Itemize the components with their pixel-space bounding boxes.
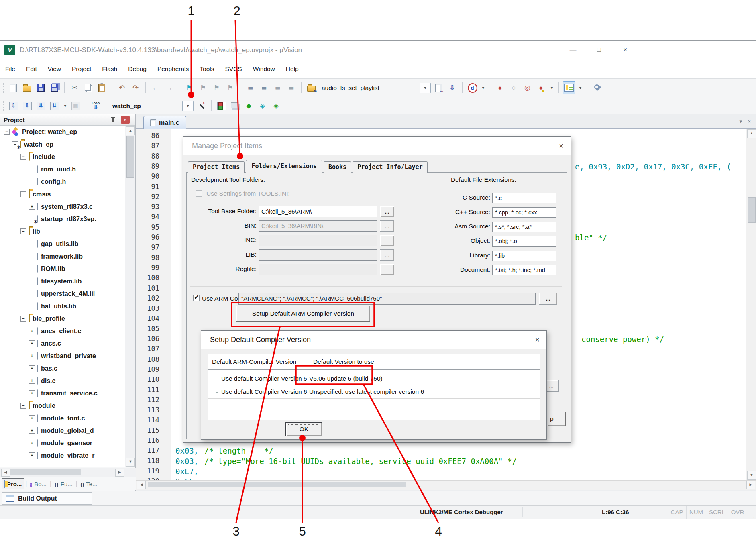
copy-icon[interactable] [82, 82, 94, 94]
pin-icon[interactable] [110, 117, 115, 123]
collapse-icon[interactable]: − [20, 228, 26, 234]
panel-tab-te[interactable]: ()Te... [78, 479, 99, 489]
setup-default-arm-compiler-button[interactable]: Setup Default ARM Compiler Version [236, 306, 370, 322]
expand-icon[interactable]: + [29, 340, 35, 346]
tree-item-config-h[interactable]: config.h [0, 175, 125, 188]
extension-field-document[interactable]: *.txt; *.h; *.inc; *.md [492, 265, 556, 275]
find-in-files-icon[interactable] [306, 82, 317, 94]
scroll-left-icon[interactable]: ◀ [1, 469, 10, 477]
arm-compiler-browse-button[interactable]: ... [539, 293, 557, 305]
batch-build-icon[interactable] [49, 100, 60, 112]
tree-item-cmsis[interactable]: −cmsis [0, 188, 125, 200]
editor-vertical-scrollbar[interactable]: ▲ ▼ [746, 129, 756, 480]
menu-item-svcs[interactable]: SVCS [225, 65, 242, 73]
incremental-find-icon[interactable]: ⇩ [446, 82, 458, 94]
dialog-tab-project-items[interactable]: Project Items [188, 161, 245, 173]
minimize-button[interactable]: — [564, 43, 581, 57]
project-tree-horizontal-scrollbar[interactable]: ◀ ▶ [0, 468, 136, 477]
select-packs-icon[interactable]: ◈ [257, 100, 268, 112]
resize-grip-icon[interactable]: ⋱ [749, 511, 755, 519]
tree-item-startup-rtl87x3ep-[interactable]: startup_rtl87x3ep. [0, 213, 125, 225]
menu-item-project[interactable]: Project [72, 65, 91, 73]
scroll-thumb[interactable] [10, 469, 81, 475]
collapse-icon[interactable]: − [20, 403, 26, 409]
indent-icon[interactable]: ≣ [258, 82, 270, 94]
tree-item-module[interactable]: −module [0, 399, 125, 412]
tree-item-hal-utils-lib[interactable]: hal_utils.lib [0, 300, 125, 312]
expand-icon[interactable]: + [29, 353, 35, 359]
folder-field-bin[interactable]: C:\keil_5_36\ARM\BIN\ [259, 220, 377, 232]
tree-item-ancs-client-c[interactable]: +ancs_client.c [0, 325, 125, 337]
tree-item-gap-utils-lib[interactable]: gap_utils.lib [0, 238, 125, 250]
scroll-up-icon[interactable]: ▲ [126, 126, 135, 135]
menu-item-flash[interactable]: Flash [102, 65, 117, 73]
tree-item-ancs-c[interactable]: +ancs.c [0, 337, 125, 350]
expand-icon[interactable]: + [29, 390, 35, 396]
tree-item-framework-lib[interactable]: framework.lib [0, 250, 125, 263]
version-value[interactable]: V5.06 update 6 (build 750) [309, 372, 383, 385]
open-file-icon[interactable] [21, 82, 33, 94]
arm-compiler-folders-field[interactable]: "ARMCLANG"; ".\ARMCC"; ".\ARMCC_506build… [238, 293, 536, 305]
compiler-version-row[interactable]: Use default Compiler Version 6Unspecifie… [208, 385, 540, 398]
navigate-forward-icon[interactable]: → [163, 82, 175, 94]
tree-item-module-font-c[interactable]: +module_font.c [0, 412, 125, 424]
dropdown-arrow-icon[interactable]: ▼ [420, 83, 431, 93]
tree-item-dis-c[interactable]: +dis.c [0, 375, 125, 387]
tree-item-module-vibrate-r[interactable]: +module_vibrate_r [0, 449, 125, 462]
extension-field-library[interactable]: *.lib [492, 251, 556, 261]
dialog-tab-books[interactable]: Books [324, 161, 351, 173]
folder-browse-button[interactable]: ... [380, 220, 394, 232]
hidden-button-fragment[interactable]: p [548, 412, 566, 426]
disable-breakpoint-icon[interactable]: ○ [508, 82, 520, 94]
tree-item-include[interactable]: −include [0, 151, 125, 163]
tree-item-wristband-private[interactable]: +wristband_private [0, 350, 125, 362]
tree-item-module-gsensor-[interactable]: +module_gsensor_ [0, 437, 125, 449]
expand-icon[interactable]: + [29, 428, 35, 434]
tree-item-watch-ep[interactable]: −watch_ep [0, 138, 125, 151]
bookmark-next-icon[interactable]: ⚑ [211, 82, 222, 94]
folder-browse-button[interactable]: ... [380, 206, 394, 217]
uncomment-selection-icon[interactable]: ≣ [285, 82, 297, 94]
dropdown-arrow-icon[interactable]: ▼ [480, 86, 486, 90]
extension-field-csource[interactable]: *.cpp; *.cc; *.cxx [492, 207, 556, 218]
lookup-symbols-icon[interactable] [433, 82, 444, 94]
tree-item-project-watch-ep[interactable]: −Project: watch_ep [0, 126, 125, 138]
maximize-button[interactable]: □ [591, 43, 607, 57]
scroll-thumb[interactable] [148, 482, 406, 487]
dropdown-arrow-icon[interactable]: ▼ [182, 101, 194, 111]
redo-icon[interactable]: ↷ [130, 82, 141, 94]
editor-horizontal-scrollbar[interactable]: ◀ ▶ [136, 480, 756, 490]
ok-button[interactable]: OK [285, 422, 322, 436]
manage-multiproject-icon[interactable] [229, 100, 241, 112]
folder-browse-button[interactable]: ... [380, 249, 394, 261]
kill-breakpoints-icon[interactable]: ● [535, 82, 547, 94]
options-for-target-icon[interactable] [196, 100, 207, 112]
collapse-icon[interactable]: − [20, 191, 26, 197]
extension-field-object[interactable]: *.obj; *.o [492, 236, 556, 247]
tab-list-chevron-icon[interactable]: ▾ [739, 118, 742, 124]
scroll-left-icon[interactable]: ◀ [137, 481, 146, 489]
tree-item-system-rtl87x3-c[interactable]: +system_rtl87x3.c [0, 200, 125, 213]
bookmark-icon[interactable]: ⚑ [183, 82, 195, 94]
translate-icon[interactable] [8, 100, 19, 112]
configure-icon[interactable] [591, 82, 603, 94]
navigate-back-icon[interactable]: ← [150, 82, 161, 94]
enable-breakpoints-icon[interactable]: ◎ [522, 82, 533, 94]
folder-field-inc[interactable] [259, 235, 377, 246]
build-icon[interactable] [21, 100, 33, 112]
search-combo[interactable]: audio_fs_set_playlist [319, 83, 420, 93]
menu-item-window[interactable]: Window [253, 65, 275, 73]
save-all-icon[interactable] [49, 82, 60, 94]
unindent-icon[interactable]: ≣ [245, 82, 256, 94]
cut-icon[interactable]: ✂ [69, 82, 80, 94]
dropdown-arrow-icon[interactable]: ▼ [62, 104, 68, 108]
scroll-thumb[interactable] [748, 197, 756, 223]
save-icon[interactable] [35, 82, 47, 94]
comment-selection-icon[interactable]: ≣ [272, 82, 283, 94]
expand-icon[interactable]: + [29, 328, 35, 334]
tab-build-output[interactable]: Build Output [2, 492, 92, 505]
tree-item-rom-uuid-h[interactable]: rom_uuid.h [0, 163, 125, 175]
tree-item-filesystem-lib[interactable]: filesystem.lib [0, 275, 125, 287]
tab-close-icon[interactable]: × [748, 118, 751, 124]
manage-project-items-icon[interactable] [216, 100, 227, 112]
